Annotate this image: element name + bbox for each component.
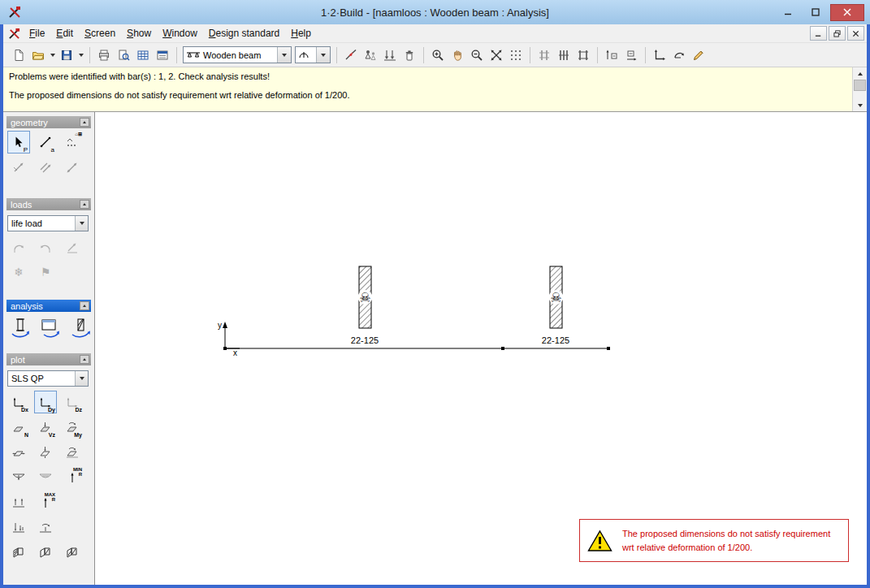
menu-edit[interactable]: Edit	[50, 26, 79, 41]
plot-n-button[interactable]: N	[7, 416, 30, 439]
drawing-canvas[interactable]: y x ☠ 22-125	[94, 112, 867, 585]
profile-combo[interactable]: Wooden beam	[183, 46, 292, 63]
report-button[interactable]	[153, 46, 172, 64]
open-dropdown-button[interactable]	[48, 46, 57, 64]
rotate-view-button[interactable]	[669, 46, 689, 64]
section-3d-m-button[interactable]	[61, 542, 84, 564]
collapse-button[interactable]	[80, 301, 89, 310]
node[interactable]	[501, 347, 504, 350]
pan-button[interactable]	[448, 46, 467, 64]
snow-load-button[interactable]: ❄	[7, 261, 30, 283]
draw-member-button[interactable]: a	[34, 131, 57, 153]
node[interactable]	[607, 347, 610, 350]
stress-v-button[interactable]	[34, 441, 57, 464]
print-preview-button[interactable]	[114, 46, 133, 64]
scrollbar-thumb[interactable]	[854, 80, 866, 91]
zoom-in-button[interactable]	[428, 46, 448, 64]
scrollbar-track[interactable]	[853, 80, 867, 99]
mdi-restore-button[interactable]	[829, 26, 846, 41]
axes-icon	[653, 49, 666, 62]
flag-load-button[interactable]: ⚑	[34, 261, 57, 283]
stress-m-button[interactable]	[61, 441, 84, 464]
supports-button[interactable]	[361, 46, 380, 64]
loads-tool-button[interactable]	[380, 46, 400, 64]
show-node-numbers-button[interactable]	[602, 46, 621, 64]
menu-help[interactable]: Help	[285, 26, 317, 41]
scroll-down-button[interactable]	[853, 99, 867, 111]
member-column-2[interactable]: ☠	[549, 266, 564, 328]
table-button[interactable]	[133, 46, 153, 64]
menu-design-standard[interactable]: Design standard	[203, 26, 285, 41]
save-dropdown-button[interactable]	[76, 46, 85, 64]
zoom-out-button[interactable]	[467, 46, 487, 64]
plot-vz-button[interactable]: Vz	[34, 416, 57, 439]
section-3d-v-button[interactable]	[34, 542, 57, 564]
stress-n-button[interactable]	[7, 441, 30, 464]
load-case-combo-arrow[interactable]	[75, 216, 88, 231]
split-member-button[interactable]	[341, 46, 361, 64]
message-scrollbar[interactable]	[852, 67, 867, 111]
section-3d-n-button[interactable]	[7, 542, 30, 564]
min-reaction-button[interactable]: MINR	[61, 466, 84, 489]
profile-combo-arrow[interactable]	[277, 47, 291, 63]
new-button[interactable]	[9, 46, 28, 64]
deflection-check-button[interactable]	[7, 466, 30, 489]
point-load-button[interactable]	[7, 236, 30, 258]
plot-my-button[interactable]: My	[61, 416, 84, 439]
open-button[interactable]	[28, 46, 48, 64]
node[interactable]	[223, 347, 227, 350]
print-button[interactable]	[94, 46, 114, 64]
collapse-button[interactable]	[80, 200, 89, 209]
menu-show[interactable]: Show	[121, 26, 157, 41]
scroll-up-button[interactable]	[853, 67, 867, 80]
panel-header-plot[interactable]: plot	[6, 353, 91, 365]
plot-dx-button[interactable]: Dx	[7, 391, 30, 413]
collapse-button[interactable]	[80, 355, 89, 364]
panel-header-geometry[interactable]: geometry	[6, 116, 91, 128]
analyse-geometry-button[interactable]	[7, 314, 33, 342]
load-case-combo[interactable]: life load	[7, 215, 89, 231]
collapse-button[interactable]	[80, 118, 89, 127]
save-button[interactable]	[57, 46, 76, 64]
section-combo-arrow[interactable]	[316, 47, 330, 63]
plot-case-combo-arrow[interactable]	[75, 371, 88, 386]
analyse-results-button[interactable]	[67, 314, 93, 342]
unity-check-button[interactable]	[34, 466, 57, 489]
show-sections-button[interactable]	[574, 46, 593, 64]
select-tool-button[interactable]: P	[7, 131, 30, 153]
line-load-button[interactable]	[34, 236, 57, 258]
plot-case-combo[interactable]: SLS QP	[7, 370, 89, 387]
show-member-numbers-button[interactable]	[621, 46, 641, 64]
moment-load-button[interactable]	[61, 236, 84, 258]
menu-file[interactable]: File	[24, 26, 50, 41]
axes-button[interactable]	[650, 46, 669, 64]
move-bar-button[interactable]	[61, 156, 84, 179]
panel-header-analysis[interactable]: analysis	[6, 300, 91, 312]
max-reaction-button[interactable]: MAXR	[34, 491, 57, 514]
analyse-window-button[interactable]	[37, 314, 63, 342]
menu-window[interactable]: Window	[157, 26, 203, 41]
delete-button[interactable]	[400, 46, 419, 64]
reactions-button[interactable]	[7, 491, 30, 514]
mdi-minimize-button[interactable]	[810, 26, 827, 41]
supports-settings-button[interactable]: ⌂⊞	[61, 131, 84, 153]
member-column-1[interactable]: ☠	[358, 266, 373, 328]
plot-dy-button[interactable]: Dy	[34, 391, 57, 413]
panel-header-loads[interactable]: loads	[6, 198, 91, 210]
maximize-button[interactable]	[803, 4, 828, 21]
menu-screen[interactable]: Screen	[79, 26, 121, 41]
copy-bar-button[interactable]	[34, 156, 57, 179]
section-combo[interactable]	[295, 46, 331, 63]
plot-dz-button[interactable]: Dz	[61, 391, 84, 413]
grid-button[interactable]	[506, 46, 526, 64]
mdi-close-button[interactable]	[847, 26, 864, 41]
show-members-button[interactable]	[554, 46, 574, 64]
minimize-button[interactable]	[775, 4, 800, 21]
split-bar-button[interactable]	[7, 156, 30, 179]
support-rotation-button[interactable]	[34, 517, 57, 539]
show-gridlines-button[interactable]	[535, 46, 554, 64]
zoom-extents-button[interactable]	[487, 46, 506, 64]
close-button[interactable]	[830, 4, 864, 21]
settlement-button[interactable]	[7, 517, 30, 539]
draw-button[interactable]	[689, 46, 708, 64]
